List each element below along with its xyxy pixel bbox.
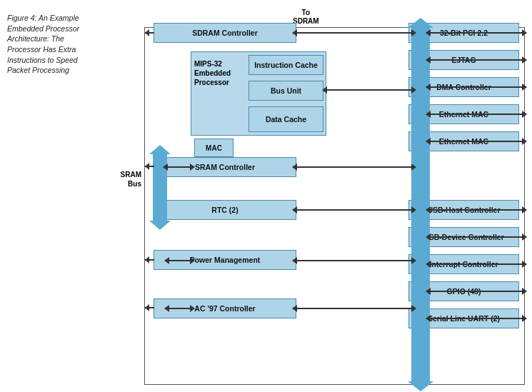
usb-device-arrow: [430, 236, 523, 238]
pci-arrow: [430, 32, 523, 34]
power-left-arrow: [169, 260, 191, 261]
instr-cache-block: Instruction Cache: [249, 55, 323, 75]
mips-label: MIPS-32EmbeddedProcessor: [194, 59, 246, 87]
figure-caption: Figure 4: An Example Embedded Processor …: [7, 7, 107, 385]
power-to-bus-arrow: [296, 260, 412, 261]
dma-arrow: [430, 86, 523, 88]
mips-group-block: MIPS-32EmbeddedProcessor Instruction Cac…: [191, 51, 326, 136]
sram-bus-label: SRAMBus: [107, 170, 141, 189]
eth-mac2-arrow: [430, 141, 523, 142]
usb-host-arrow: [430, 209, 523, 211]
ejtag-arrow: [430, 59, 523, 61]
uart-arrow: [430, 318, 523, 319]
bus-unit-block: Bus Unit: [249, 81, 323, 101]
data-cache-block: Data Cache: [249, 106, 323, 132]
sram-ctrl-to-bus-arrow: [296, 166, 412, 168]
sdram-controller-block: SDRAM Controller: [154, 23, 296, 43]
ac97-to-bus-arrow: [296, 308, 412, 309]
center-bus-arrow: [411, 27, 430, 382]
mac-block: MAC: [194, 139, 234, 157]
ac97-left-arrow: [169, 308, 191, 309]
rtc-to-bus-arrow: [296, 209, 412, 211]
gpio-arrow: [430, 291, 523, 292]
to-sdram-label: ToSDRAM: [293, 9, 319, 26]
diagram-area: ToSDRAM SRAMBus SDRAM Controller MIPS-32…: [107, 7, 525, 385]
sram-ctrl-left-arrow: [167, 166, 191, 168]
page: Figure 4: An Example Embedded Processor …: [0, 0, 532, 392]
interrupt-arrow: [430, 263, 523, 265]
bus-unit-to-bus-arrow: [326, 89, 412, 91]
sdram-to-bus-arrow: [296, 32, 412, 34]
eth-mac1-arrow: [430, 114, 523, 115]
rtc-block: RTC (2): [154, 200, 296, 220]
